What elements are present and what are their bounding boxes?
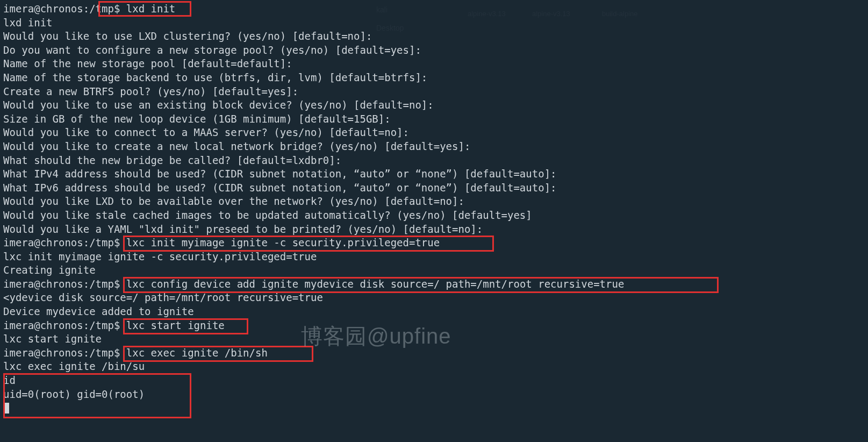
terminal-line: Do you want to configure a new storage p… (3, 44, 865, 58)
terminal-line: Create a new BTRFS pool? (yes/no) [defau… (3, 85, 865, 99)
terminal-output: Would you like a YAML "lxd init" preseed… (3, 223, 483, 235)
terminal-line (3, 401, 865, 415)
terminal-output: Creating ignite (3, 264, 96, 276)
terminal-line: imera@chronos:/tmp$ lxd init (3, 2, 865, 16)
terminal[interactable]: imera@chronos:/tmp$ lxd initlxd initWoul… (0, 0, 868, 417)
shell-prompt: imera@chronos:/tmp$ (3, 319, 126, 331)
terminal-line: What IPv6 address should be used? (CIDR … (3, 181, 865, 195)
terminal-line: <ydevice disk source=/ path=/mnt/root re… (3, 291, 865, 305)
terminal-output: Would you like to use an existing block … (3, 99, 434, 111)
terminal-output: Would you like to connect to a MAAS serv… (3, 126, 409, 138)
shell-prompt: imera@chronos:/tmp$ (3, 3, 126, 15)
terminal-line: id (3, 374, 865, 388)
terminal-line: uid=0(root) gid=0(root) (3, 388, 865, 402)
terminal-line: lxd init (3, 16, 865, 30)
shell-command: lxc init myimage ignite -c security.priv… (126, 237, 440, 248)
terminal-output: id (3, 374, 16, 386)
shell-prompt: imera@chronos:/tmp$ (3, 347, 126, 359)
shell-command: lxd init (126, 3, 176, 15)
terminal-line: Device mydevice added to ignite (3, 305, 865, 319)
terminal-line: What IPv4 address should be used? (CIDR … (3, 167, 865, 181)
terminal-output: Device mydevice added to ignite (3, 305, 194, 317)
shell-command: lxc exec ignite /bin/sh (126, 347, 268, 359)
terminal-output: Name of the new storage pool [default=de… (3, 58, 292, 69)
terminal-output: What IPv4 address should be used? (CIDR … (3, 168, 557, 180)
terminal-output: Do you want to configure a new storage p… (3, 44, 421, 56)
terminal-line: Creating ignite (3, 263, 865, 277)
terminal-line: Would you like stale cached images to be… (3, 209, 865, 223)
terminal-line: lxc exec ignite /bin/su (3, 360, 865, 374)
terminal-output: Name of the storage backend to use (btrf… (3, 72, 427, 83)
shell-prompt: imera@chronos:/tmp$ (3, 278, 126, 290)
terminal-line: lxc init myimage ignite -c security.priv… (3, 250, 865, 264)
terminal-output: lxc start ignite (3, 333, 102, 345)
terminal-output: Would you like to use LXD clustering? (y… (3, 30, 372, 42)
terminal-output: lxc exec ignite /bin/su (3, 360, 145, 372)
terminal-output: uid=0(root) gid=0(root) (3, 388, 145, 400)
terminal-line: Would you like to use an existing block … (3, 98, 865, 112)
terminal-output: Would you like LXD to be available over … (3, 195, 464, 207)
terminal-cursor (3, 403, 9, 414)
terminal-output: Would you like to create a new local net… (3, 140, 470, 152)
shell-command: lxc start ignite (126, 319, 225, 331)
terminal-line: Would you like a YAML "lxd init" preseed… (3, 223, 865, 237)
terminal-output: lxd init (3, 17, 53, 28)
terminal-output: What should the new bridge be called? [d… (3, 154, 341, 166)
terminal-line: lxc start ignite (3, 332, 865, 346)
terminal-line: imera@chronos:/tmp$ lxc exec ignite /bin… (3, 346, 865, 360)
terminal-output: Size in GB of the new loop device (1GB m… (3, 113, 391, 125)
terminal-line: Size in GB of the new loop device (1GB m… (3, 112, 865, 126)
terminal-line: Would you like to use LXD clustering? (y… (3, 30, 865, 44)
terminal-line: imera@chronos:/tmp$ lxc config device ad… (3, 277, 865, 291)
terminal-line: Name of the new storage pool [default=de… (3, 57, 865, 71)
terminal-line: imera@chronos:/tmp$ lxc init myimage ign… (3, 236, 865, 250)
shell-prompt: imera@chronos:/tmp$ (3, 237, 126, 248)
terminal-line: Would you like to connect to a MAAS serv… (3, 126, 865, 140)
terminal-line: Would you like LXD to be available over … (3, 195, 865, 209)
shell-command: lxc config device add ignite mydevice di… (126, 278, 625, 290)
terminal-output: Would you like stale cached images to be… (3, 209, 532, 221)
terminal-output: <ydevice disk source=/ path=/mnt/root re… (3, 291, 323, 303)
terminal-line: What should the new bridge be called? [d… (3, 154, 865, 168)
terminal-output: What IPv6 address should be used? (CIDR … (3, 182, 557, 194)
terminal-line: Name of the storage backend to use (btrf… (3, 71, 865, 85)
terminal-line: Would you like to create a new local net… (3, 140, 865, 154)
terminal-line: imera@chronos:/tmp$ lxc start ignite (3, 319, 865, 333)
terminal-output: lxc init myimage ignite -c security.priv… (3, 251, 317, 262)
terminal-output: Create a new BTRFS pool? (yes/no) [defau… (3, 85, 298, 97)
